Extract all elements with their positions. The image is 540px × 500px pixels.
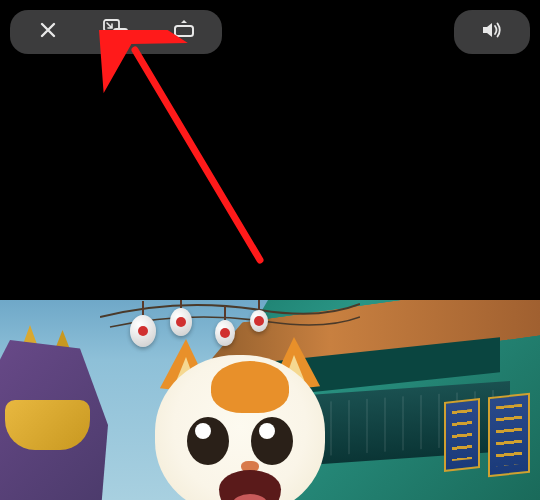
- aspect-ratio-icon: [172, 18, 196, 46]
- cat-head: [155, 355, 325, 500]
- picture-in-picture-icon: [103, 19, 129, 45]
- lantern: [170, 308, 192, 336]
- svg-rect-2: [175, 26, 193, 36]
- banner: [444, 398, 480, 472]
- svg-line-3: [135, 50, 260, 260]
- close-icon: [38, 20, 58, 44]
- speaker-icon: [481, 20, 503, 44]
- svg-rect-1: [113, 28, 128, 40]
- character-collar: [5, 400, 90, 450]
- cat-mouth: [219, 470, 281, 500]
- cat-eye: [251, 417, 293, 465]
- cat-character: [145, 345, 335, 500]
- lantern: [130, 315, 156, 347]
- banner: [488, 393, 530, 477]
- aspect-ratio-button[interactable]: [150, 14, 218, 50]
- close-button[interactable]: [14, 14, 82, 50]
- cat-fur-patch: [211, 361, 289, 413]
- lantern: [215, 320, 235, 346]
- cat-eye: [187, 417, 229, 465]
- annotation-arrow: [40, 30, 300, 290]
- lantern: [250, 310, 268, 332]
- character-left: [0, 340, 115, 500]
- player-controls-left: [10, 10, 222, 54]
- picture-in-picture-button[interactable]: [82, 14, 150, 50]
- video-frame: [0, 300, 540, 500]
- player-controls-right: [454, 10, 530, 54]
- volume-button[interactable]: [458, 14, 526, 50]
